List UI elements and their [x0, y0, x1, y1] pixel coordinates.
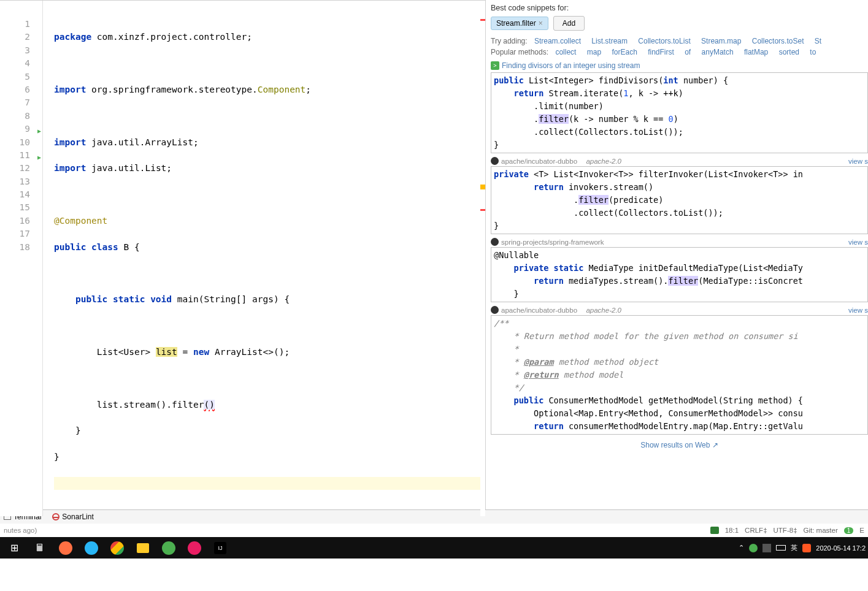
popular-row: Popular methods: collect map forEach fin… — [491, 48, 868, 56]
filter-chip[interactable]: Stream.filter× — [491, 17, 548, 30]
encoding[interactable]: UTF-8‡ — [774, 527, 797, 534]
tray-up-icon[interactable]: ⌃ — [739, 544, 744, 552]
taskview-icon[interactable]: ⊞ — [2, 539, 26, 557]
pop-link[interactable]: findFirst — [648, 48, 674, 56]
tray-icon[interactable] — [762, 544, 771, 552]
github-icon — [491, 157, 499, 165]
pop-link[interactable]: anyMatch — [702, 48, 734, 56]
pop-link[interactable]: to — [810, 48, 816, 56]
code-editor[interactable]: 1 2 3 4 5 6 7 8 9▶ 10 11▶ 12 13 14 15 16… — [0, 1, 485, 516]
pop-link[interactable]: sorted — [779, 48, 799, 56]
edge-icon[interactable] — [80, 539, 103, 557]
console-icon[interactable] — [710, 527, 719, 534]
panel-header: Best code snippets for: — [491, 4, 868, 12]
try-link[interactable]: Collectors.toSet — [752, 37, 804, 45]
wechat-icon[interactable] — [157, 539, 180, 557]
editor-pane: 1 2 3 4 5 6 7 8 9▶ 10 11▶ 12 13 14 15 16… — [0, 0, 486, 509]
pop-link[interactable]: collect — [555, 48, 576, 56]
status-bar: nutes ago) 18:1 CRLF‡ UTF-8‡ Git: master… — [0, 524, 868, 537]
calculator-icon[interactable]: 🖩 — [28, 539, 52, 557]
try-link[interactable]: St — [815, 37, 821, 45]
github-icon — [491, 306, 499, 314]
answer-icon: > — [491, 61, 499, 70]
tray-icon[interactable] — [749, 544, 758, 552]
ime-indicator[interactable]: 英 — [791, 543, 797, 552]
snippet-code: public List<Integer> findDivisors(int nu… — [491, 72, 868, 153]
pop-link[interactable]: map — [587, 48, 601, 56]
status-left: nutes ago) — [4, 527, 37, 534]
try-link[interactable]: Collectors.toList — [638, 37, 690, 45]
show-results-web-link[interactable]: Show results on Web ↗ — [640, 441, 718, 449]
pop-link[interactable]: of — [685, 48, 691, 56]
snippet-code: @Nullable private static MediaType initD… — [491, 247, 868, 302]
view-source-link[interactable]: view s — [848, 238, 868, 246]
add-button[interactable]: Add — [553, 16, 585, 31]
sogou-icon[interactable] — [802, 544, 811, 552]
snippet-title[interactable]: >Finding divisors of an integer using st… — [491, 61, 868, 70]
clock[interactable]: 2020-05-14 17:2 — [816, 544, 866, 552]
github-icon — [491, 238, 499, 246]
cursor-position[interactable]: 18:1 — [725, 527, 739, 534]
view-source-link[interactable]: view s — [848, 158, 868, 165]
try-link[interactable]: List.stream — [591, 37, 628, 45]
windows-taskbar: ⊞ 🖩 IJ ⌃ 英 2020-05-14 17:2 — [0, 537, 868, 559]
app-icon[interactable] — [54, 539, 77, 557]
sonarlint-icon — [52, 513, 60, 520]
pop-link[interactable]: forEach — [612, 48, 637, 56]
chrome-icon[interactable] — [106, 539, 129, 557]
line-separator[interactable]: CRLF‡ — [745, 527, 767, 534]
snippet-code: private <T> List<Invoker<T>> filterInvok… — [491, 166, 868, 234]
snippet-meta: spring-projects/spring-framework view s — [491, 238, 868, 246]
snippet-code: /** * Return method model for the given … — [491, 315, 868, 435]
snippet-meta: apache/incubator-dubbo apache-2.0 view s — [491, 157, 868, 165]
event-log-icon[interactable]: E — [859, 527, 864, 534]
view-source-link[interactable]: view s — [848, 307, 868, 314]
code-body[interactable]: package com.xinzf.project.controller; im… — [43, 1, 485, 516]
explorer-icon[interactable] — [131, 539, 155, 557]
pop-link[interactable]: flatMap — [744, 48, 768, 56]
app2-icon[interactable] — [183, 539, 206, 557]
line-gutter: 1 2 3 4 5 6 7 8 9▶ 10 11▶ 12 13 14 15 16… — [0, 1, 43, 516]
try-adding-row: Try adding: Stream.collect List.stream C… — [491, 37, 868, 45]
git-branch[interactable]: Git: master — [804, 527, 838, 534]
snippet-meta: apache/incubator-dubbo apache-2.0 view s — [491, 306, 868, 314]
battery-icon[interactable] — [776, 545, 786, 551]
snippets-panel: Best code snippets for: Stream.filter× A… — [486, 0, 868, 509]
chip-close-icon[interactable]: × — [539, 19, 543, 28]
try-link[interactable]: Stream.map — [701, 37, 741, 45]
notification-badge[interactable]: 1 — [844, 527, 854, 534]
try-link[interactable]: Stream.collect — [534, 37, 581, 45]
intellij-icon[interactable]: IJ — [209, 539, 232, 557]
